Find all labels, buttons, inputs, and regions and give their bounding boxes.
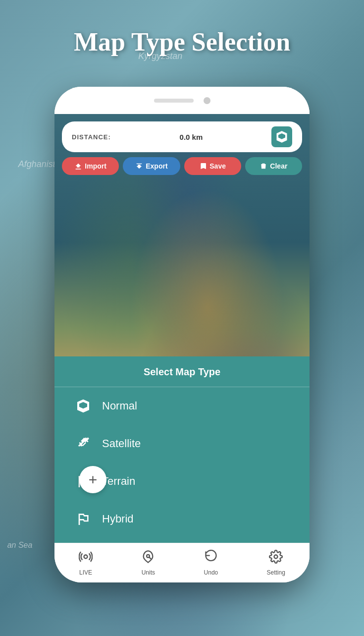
page-title: Map Type Selection — [0, 27, 364, 57]
phone-speaker — [154, 99, 194, 103]
svg-point-0 — [84, 555, 88, 559]
satellite-icon — [74, 435, 92, 453]
map-type-panel: Select Map Type Normal Satellite — [54, 356, 310, 543]
svg-point-1 — [147, 555, 150, 558]
bottom-nav: LIVE Units Undo — [54, 543, 310, 582]
map-type-normal[interactable]: Normal — [54, 387, 310, 425]
distance-label: DISTANCE: — [72, 133, 111, 141]
map-marker-icon — [275, 130, 289, 144]
distance-value: 0.0 km — [180, 133, 203, 141]
bg-label-sea: an Sea — [7, 541, 33, 550]
phone-top-bar — [54, 87, 310, 114]
normal-map-icon — [74, 397, 92, 415]
units-icon — [141, 550, 155, 567]
live-icon — [79, 550, 93, 567]
nav-units[interactable]: Units — [141, 550, 155, 576]
save-icon — [199, 162, 207, 170]
nav-live[interactable]: LIVE — [79, 550, 93, 576]
phone-map: DISTANCE: 0.0 km Import Export — [54, 114, 310, 543]
save-button[interactable]: Save — [184, 157, 241, 175]
live-label: LIVE — [79, 569, 92, 576]
panel-title: Select Map Type — [54, 356, 310, 387]
phone-camera — [204, 97, 210, 104]
nav-undo[interactable]: Undo — [204, 550, 218, 576]
undo-label: Undo — [204, 569, 218, 576]
normal-label: Normal — [102, 400, 137, 412]
map-type-hybrid[interactable]: Hybrid — [54, 500, 310, 538]
export-icon — [135, 162, 143, 170]
import-icon — [74, 162, 82, 170]
satellite-label: Satellite — [102, 437, 141, 450]
fab-button[interactable]: + — [79, 466, 106, 493]
clear-button[interactable]: Clear — [245, 157, 302, 175]
svg-point-2 — [274, 555, 278, 559]
map-controls: DISTANCE: 0.0 km Import Export — [62, 121, 302, 175]
hybrid-icon — [74, 510, 92, 528]
setting-label: Setting — [267, 569, 285, 576]
distance-bar: DISTANCE: 0.0 km — [62, 121, 302, 152]
terrain-label: Terrain — [102, 475, 135, 488]
map-marker-button[interactable] — [271, 126, 292, 147]
map-type-satellite[interactable]: Satellite — [54, 425, 310, 463]
setting-icon — [269, 550, 283, 567]
nav-setting[interactable]: Setting — [267, 550, 285, 576]
import-button[interactable]: Import — [62, 157, 119, 175]
export-button[interactable]: Export — [123, 157, 180, 175]
action-buttons: Import Export Save Clear — [62, 157, 302, 175]
hybrid-label: Hybrid — [102, 513, 134, 525]
phone-frame: DISTANCE: 0.0 km Import Export — [54, 87, 310, 582]
trash-icon — [260, 162, 267, 170]
undo-icon — [204, 550, 218, 567]
units-label: Units — [142, 569, 155, 576]
